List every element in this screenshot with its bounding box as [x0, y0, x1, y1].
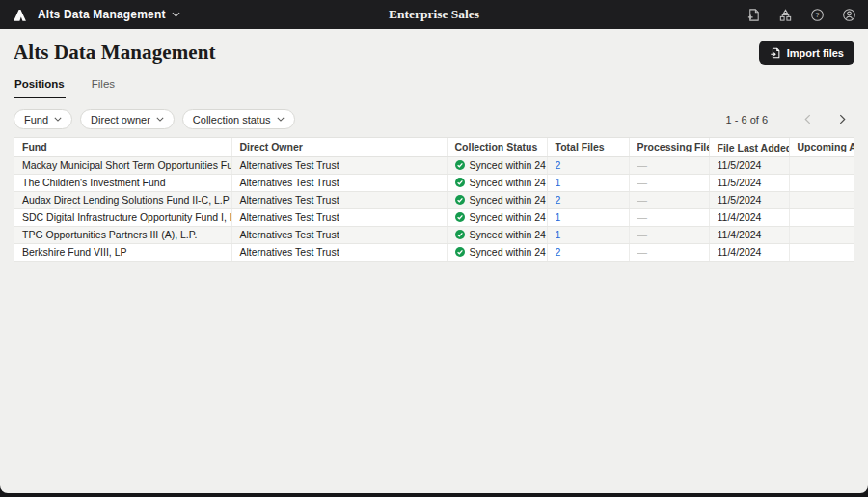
file-last-added: 11/4/2024	[718, 211, 762, 223]
direct-owner: Alternatives Test Trust	[240, 177, 339, 188]
collection-status-cell: Synced within 24 hours	[447, 156, 547, 174]
column-header-processing-files[interactable]: Processing Files	[629, 138, 709, 156]
table-header-row: FundDirect OwnerCollection StatusTotal F…	[14, 138, 854, 156]
direct-owner-cell: Alternatives Test Trust	[231, 208, 447, 226]
import-file-icon	[770, 47, 781, 59]
import-files-button[interactable]: Import files	[759, 41, 854, 65]
total-files-link[interactable]: 1	[556, 211, 561, 223]
table-row[interactable]: Berkshire Fund VIII, LPAlternatives Test…	[14, 243, 854, 261]
tab-bar: PositionsFiles	[14, 76, 854, 99]
direct-owner: Alternatives Test Trust	[240, 159, 339, 171]
previous-page-button[interactable]	[795, 110, 820, 129]
direct-owner: Alternatives Test Trust	[240, 246, 339, 258]
direct-owner-cell: Alternatives Test Trust	[231, 174, 447, 191]
upcoming-activity-cell	[789, 208, 854, 226]
direct-owner-cell: Alternatives Test Trust	[231, 156, 447, 174]
top-navigation-bar: Alts Data Management Enterprise Sales ?	[0, 0, 868, 29]
file-last-added-cell: 11/5/2024	[709, 174, 789, 191]
direct-owner-cell: Alternatives Test Trust	[231, 191, 447, 208]
next-page-button[interactable]	[829, 110, 854, 129]
pagination: 1 - 6 of 6	[726, 110, 854, 129]
upcoming-activity-cell	[789, 226, 854, 243]
total-files-link[interactable]: 2	[556, 194, 561, 206]
file-last-added: 11/5/2024	[718, 177, 762, 188]
total-files-link[interactable]: 2	[556, 159, 561, 171]
file-last-added: 11/5/2024	[718, 194, 762, 206]
collection-status-cell: Synced within 24 hours	[447, 191, 547, 208]
total-files-link[interactable]: 2	[556, 246, 561, 258]
collection-status: Synced within 24 hours	[470, 194, 548, 206]
synced-status-icon	[455, 247, 465, 257]
fund-name: Audax Direct Lending Solutions Fund II-C…	[22, 194, 230, 206]
file-last-added-cell: 11/4/2024	[709, 208, 789, 226]
chevron-down-icon	[54, 117, 62, 122]
fund-cell: TPG Opportunities Partners III (A), L.P.	[14, 226, 231, 243]
tab-files[interactable]: Files	[91, 76, 116, 98]
fund-cell: Berkshire Fund VIII, LP	[14, 243, 231, 261]
app-title: Alts Data Management	[38, 8, 166, 21]
processing-files: —	[637, 211, 648, 223]
direct-owner: Alternatives Test Trust	[240, 229, 339, 240]
import-document-icon[interactable]	[746, 7, 761, 22]
file-last-added-cell: 11/5/2024	[709, 191, 789, 208]
total-files-cell: 1	[547, 174, 629, 191]
direct-owner-cell: Alternatives Test Trust	[231, 226, 447, 243]
processing-files: —	[637, 194, 648, 206]
addepar-logo-icon	[12, 7, 28, 23]
column-header-direct-owner[interactable]: Direct Owner	[231, 138, 447, 156]
column-header-total-files[interactable]: Total Files	[547, 138, 629, 156]
total-files-cell: 2	[547, 191, 629, 208]
table-row[interactable]: SDC Digital Infrastructure Opportunity F…	[14, 208, 854, 226]
fund-name: Mackay Municipal Short Term Opportunitie…	[22, 159, 231, 171]
total-files-link[interactable]: 1	[556, 177, 561, 188]
column-header-file-last-added[interactable]: File Last Added	[709, 138, 789, 156]
account-icon[interactable]	[841, 7, 856, 22]
table-row[interactable]: Mackay Municipal Short Term Opportunitie…	[14, 156, 854, 174]
collection-status-cell: Synced within 24 hours	[447, 174, 547, 191]
main-content: Alts Data Management Import files Positi…	[0, 29, 868, 493]
synced-status-icon	[455, 160, 465, 170]
processing-files: —	[637, 159, 648, 171]
page-title: Alts Data Management	[14, 41, 216, 65]
processing-files-cell: —	[629, 191, 709, 208]
processing-files-cell: —	[629, 156, 709, 174]
chevron-down-icon	[277, 117, 285, 122]
table-row[interactable]: Audax Direct Lending Solutions Fund II-C…	[14, 191, 854, 208]
filter-collection-status[interactable]: Collection status	[182, 109, 295, 129]
collection-status-cell: Synced within 24 hours	[447, 243, 547, 261]
synced-status-icon	[455, 195, 465, 205]
app-switcher[interactable]: Alts Data Management	[12, 7, 180, 23]
synced-status-icon	[455, 230, 465, 239]
help-icon[interactable]: ?	[809, 7, 825, 22]
total-files-cell: 1	[547, 226, 629, 243]
file-last-added-cell: 11/4/2024	[709, 226, 789, 243]
processing-files: —	[637, 246, 648, 258]
upcoming-activity-cell	[789, 191, 854, 208]
fund-cell: Mackay Municipal Short Term Opportunitie…	[14, 156, 231, 174]
direct-owner: Alternatives Test Trust	[240, 211, 339, 223]
positions-table: FundDirect OwnerCollection StatusTotal F…	[14, 137, 854, 262]
collection-status-cell: Synced within 24 hours	[447, 208, 547, 226]
collection-status: Synced within 24 hours	[470, 211, 548, 223]
processing-files-cell: —	[629, 226, 709, 243]
table-row[interactable]: TPG Opportunities Partners III (A), L.P.…	[14, 226, 854, 243]
filter-direct-owner[interactable]: Direct owner	[80, 109, 175, 129]
chevron-left-icon	[804, 114, 811, 124]
filter-fund[interactable]: Fund	[14, 109, 72, 129]
chevron-right-icon	[839, 114, 846, 124]
pagination-label: 1 - 6 of 6	[726, 114, 768, 125]
tab-positions[interactable]: Positions	[14, 76, 66, 98]
column-header-collection-status[interactable]: Collection Status	[447, 138, 547, 156]
topbar-icon-group: ?	[746, 7, 856, 22]
collection-status-cell: Synced within 24 hours	[447, 226, 547, 243]
processing-files-cell: —	[629, 174, 709, 191]
column-header-upcoming-activity[interactable]: Upcoming Activity	[789, 138, 854, 156]
fund-name: TPG Opportunities Partners III (A), L.P.	[22, 229, 197, 240]
fund-cell: SDC Digital Infrastructure Opportunity F…	[14, 208, 231, 226]
column-header-fund[interactable]: Fund	[14, 138, 231, 156]
total-files-cell: 2	[547, 156, 629, 174]
total-files-link[interactable]: 1	[556, 229, 561, 240]
collection-status: Synced within 24 hours	[470, 177, 548, 188]
hierarchy-icon[interactable]	[777, 7, 793, 22]
table-row[interactable]: The Children's Investment FundAlternativ…	[14, 174, 854, 191]
